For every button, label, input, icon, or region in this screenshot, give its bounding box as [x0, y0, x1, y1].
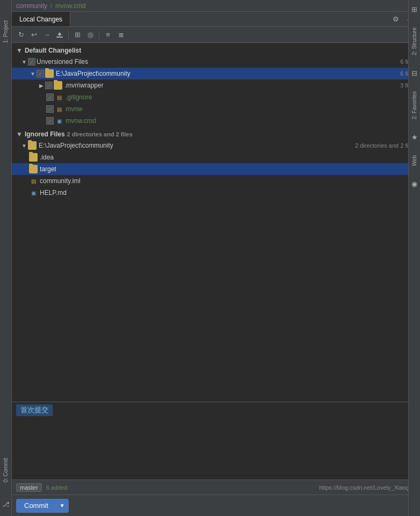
sidebar-tab-structure[interactable]: 2: Structure: [410, 25, 418, 57]
ignored-project-path: E:\JavaProject\community: [39, 142, 353, 149]
sidebar-icon-git[interactable]: ⎇: [1, 499, 11, 509]
expand-project[interactable]: ▼: [29, 71, 37, 77]
commit-message-tag[interactable]: 首次提交: [16, 404, 53, 416]
file-tree-panel: ▼ Default Changelist ▼ Unversioned Files…: [12, 43, 420, 402]
default-changelist-label: Default Changelist: [25, 47, 81, 54]
sidebar-tab-project[interactable]: 1: Project: [2, 16, 10, 47]
mvnwcmd-checkbox[interactable]: [46, 117, 54, 125]
move-btn[interactable]: →: [41, 29, 53, 41]
status-bar: master 6 added https://blog.csdn.net/Lov…: [12, 479, 420, 495]
refresh-btn[interactable]: ↻: [15, 29, 27, 41]
mvnwrapper-row[interactable]: ▶ .mvn\wrapper 3 files: [12, 79, 420, 91]
community-iml-label: community.iml: [40, 177, 416, 185]
help-md-icon: ▣: [29, 188, 38, 197]
community-iml-row[interactable]: ▤ community.iml: [12, 175, 420, 187]
csdn-url: https://blog.csdn.net/Lovely_Xiaoguo: [319, 484, 416, 491]
commit-button[interactable]: Commit: [17, 499, 56, 512]
mvnwrapper-label: .mvn\wrapper: [64, 82, 398, 89]
idea-label: .idea: [40, 154, 416, 161]
svg-rect-0: [56, 37, 63, 38]
sidebar-tab-commit[interactable]: 0: Commit: [2, 454, 10, 487]
gitignore-checkbox[interactable]: [46, 93, 54, 101]
breadcrumb-bar: community / mvnw.cmd: [12, 0, 420, 12]
project-checkbox[interactable]: [37, 70, 44, 77]
gitignore-row[interactable]: ▤ .gitignore: [12, 91, 420, 103]
expand-all-btn[interactable]: ⊞: [71, 29, 83, 41]
target-row[interactable]: target: [12, 163, 420, 175]
mvnw-checkbox[interactable]: [46, 105, 54, 113]
sidebar-icon-web[interactable]: ◉: [411, 180, 417, 188]
mvnwrapper-checkbox[interactable]: [45, 82, 53, 89]
commit-message-text: 首次提交: [20, 406, 48, 414]
mvnw-file-icon: ▤: [55, 105, 63, 113]
gitignore-label: .gitignore: [66, 93, 416, 101]
target-label: target: [40, 165, 416, 173]
project-folder-icon: [45, 69, 54, 78]
tab-local-changes[interactable]: Local Changes: [12, 12, 70, 26]
help-md-label: HELP.md: [40, 189, 416, 197]
help-md-row[interactable]: ▣ HELP.md: [12, 187, 420, 199]
breadcrumb-file[interactable]: mvnw.cmd: [55, 2, 86, 10]
settings-icon[interactable]: ⚙: [390, 13, 402, 25]
ignored-files-label: Ignored Files: [25, 130, 65, 138]
unversioned-files-row[interactable]: ▼ Unversioned Files 6 files: [12, 56, 420, 68]
ignored-count: 2 directories and 2 files: [67, 131, 133, 137]
mvnw-label: mvnw: [66, 105, 416, 113]
group-by-btn[interactable]: ≡: [102, 29, 114, 41]
collapse-all-btn[interactable]: ◎: [84, 29, 96, 41]
mvnwcmd-label: mvnw.cmd: [66, 117, 416, 125]
mvnw-row[interactable]: ▤ mvnw: [12, 103, 420, 115]
tab-bar: Local Changes ⚙ —: [12, 12, 420, 27]
mvnwcmd-file-icon: ▣: [55, 117, 63, 125]
mvnwcmd-row[interactable]: ▣ mvnw.cmd: [12, 115, 420, 127]
expand-ignored-project[interactable]: ▼: [20, 143, 28, 149]
project-path-label: E:\JavaProject\community: [56, 70, 398, 77]
right-icon-top[interactable]: ⊞: [411, 5, 417, 13]
ignored-project-folder-icon: [28, 141, 37, 150]
target-folder-icon: [29, 165, 38, 173]
rollback-btn[interactable]: ↩: [28, 29, 40, 41]
main-area: community / mvnw.cmd Local Changes ⚙ — ↻…: [12, 0, 420, 516]
sidebar-icon-structure[interactable]: ⊟: [411, 69, 417, 77]
community-iml-icon: ▤: [29, 177, 38, 185]
default-changelist-header: ▼ Default Changelist: [12, 45, 420, 56]
commit-message-area: 首次提交: [12, 402, 420, 479]
sidebar-icon-favorites[interactable]: ★: [411, 133, 418, 141]
commit-button-group: Commit ▼: [16, 499, 69, 513]
mvnwrapper-folder-icon: [54, 81, 62, 90]
unversioned-label: Unversioned Files: [37, 58, 398, 66]
breadcrumb-project[interactable]: community: [16, 2, 47, 10]
expand-mvnwrapper[interactable]: ▶: [38, 83, 45, 89]
ignored-files-header: ▼ Ignored Files 2 directories and 2 file…: [12, 129, 420, 140]
sort-btn[interactable]: ≣: [115, 29, 127, 41]
commit-dropdown-arrow[interactable]: ▼: [56, 499, 68, 512]
added-count: 6 added: [46, 484, 68, 491]
idea-folder-icon: [29, 153, 38, 162]
left-sidebar: 1: Project 0: Commit ⎇: [0, 0, 12, 516]
idea-row[interactable]: .idea: [12, 151, 420, 163]
expand-unversioned[interactable]: ▼: [20, 59, 28, 65]
sep2: [99, 31, 99, 39]
sep1: [68, 31, 69, 39]
gitignore-file-icon: ▤: [55, 93, 63, 101]
commit-btn-area: Commit ▼: [12, 495, 420, 516]
ignored-path-count: 2 directories and 2 files: [355, 142, 416, 149]
branch-badge[interactable]: master: [16, 483, 42, 492]
toolbar: ↻ ↩ → ⊞ ◎ ≡ ≣: [12, 27, 420, 43]
project-path-row[interactable]: ▼ E:\JavaProject\community 6 files: [12, 68, 420, 79]
right-sidebar: ⊞ 2: Structure ⊟ 2: Favorites ★ Web ◉: [408, 0, 420, 516]
ignored-project-row[interactable]: ▼ E:\JavaProject\community 2 directories…: [12, 140, 420, 151]
sidebar-tab-web[interactable]: Web: [410, 153, 418, 168]
unversioned-checkbox[interactable]: [28, 58, 35, 66]
breadcrumb-sep1: /: [50, 3, 52, 9]
sidebar-tab-favorites[interactable]: 2: Favorites: [410, 89, 418, 121]
shelve-btn[interactable]: [54, 29, 66, 41]
